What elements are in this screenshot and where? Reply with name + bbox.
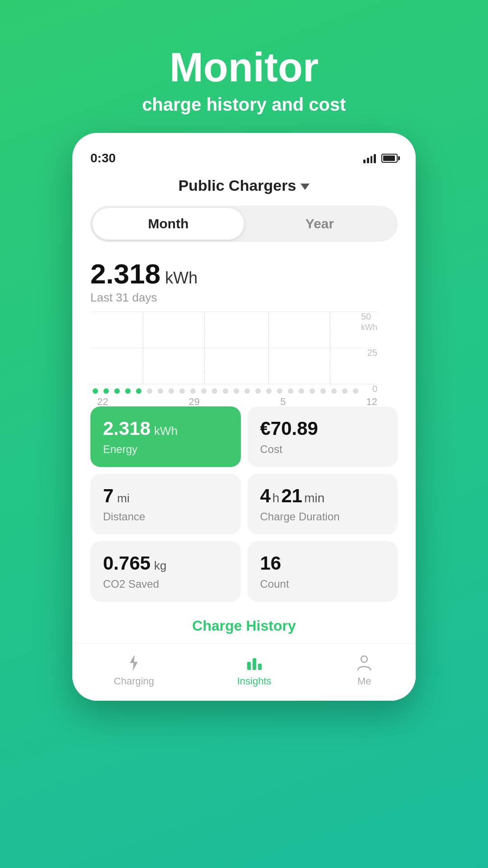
insights-icon: [244, 653, 264, 673]
nav-item-charging[interactable]: Charging: [114, 653, 154, 687]
stat-energy-label: Energy: [103, 443, 228, 456]
chart-grid-bot: 0: [90, 384, 377, 384]
stat-distance-label: Distance: [103, 510, 228, 523]
page-title: Monitor: [142, 45, 346, 90]
chart-dot-inactive: [234, 388, 239, 394]
stat-duration-hours: 4: [260, 485, 271, 507]
chart-dot-inactive: [223, 388, 228, 394]
battery-icon: [381, 154, 398, 163]
chart-dot-inactive: [288, 388, 293, 394]
chart-dot-active: [103, 388, 109, 394]
stat-cost-value: €70.89: [260, 418, 318, 439]
stat-card-duration: 4 h 21 min Charge Duration: [248, 474, 398, 534]
chevron-down-icon: [300, 184, 310, 190]
stat-card-duration-top: 4 h 21 min: [260, 485, 385, 507]
stat-count-value: 16: [260, 552, 282, 574]
svg-marker-0: [130, 656, 137, 670]
stats-grid: 2.318 kWh Energy €70.89 Cost 7 mi Distan…: [72, 397, 416, 611]
stat-card-cost: €70.89 Cost: [248, 406, 398, 467]
page-subtitle: charge history and cost: [142, 94, 346, 115]
stat-card-distance-top: 7 mi: [103, 485, 228, 507]
lightning-icon: [124, 653, 144, 673]
chart-dot-inactive: [299, 388, 304, 394]
stat-card-co2: 0.765 kg CO2 Saved: [90, 541, 241, 602]
chart-dot-active: [125, 388, 131, 394]
stat-duration-h: h: [272, 491, 280, 505]
nav-item-me[interactable]: Me: [354, 653, 374, 687]
svg-rect-2: [253, 658, 256, 670]
stat-card-count-top: 16: [260, 552, 385, 574]
phone-mockup: 0:30 Public Chargers Month Year 2.318 kW…: [72, 133, 416, 701]
chart-dot-inactive: [277, 388, 282, 394]
stat-duration-min: min: [304, 491, 324, 505]
stat-energy-unit: kWh: [154, 424, 178, 438]
stat-card-distance: 7 mi Distance: [90, 474, 241, 534]
nav-label-charging: Charging: [114, 675, 154, 687]
stat-card-energy-top: 2.318 kWh: [103, 418, 228, 439]
chart-dot-inactive: [310, 388, 315, 394]
charger-selector-label: Public Chargers: [178, 177, 296, 194]
chart-x-label-22: 22: [97, 396, 108, 408]
stat-co2-label: CO2 Saved: [103, 578, 228, 590]
period-toggle: Month Year: [90, 206, 398, 242]
stat-card-co2-top: 0.765 kg: [103, 552, 228, 574]
chart-grid-top: 50kWh: [90, 311, 377, 312]
chart-dot-inactive: [169, 388, 174, 394]
month-tab[interactable]: Month: [93, 208, 244, 240]
chart-grid-mid: 25: [90, 348, 377, 348]
energy-unit: kWh: [165, 269, 197, 288]
stat-duration-label: Charge Duration: [260, 510, 385, 523]
chart-x-label-12: 12: [366, 396, 377, 408]
year-tab[interactable]: Year: [244, 208, 395, 240]
energy-chart: 50kWh 25 0: [72, 307, 416, 397]
stat-count-label: Count: [260, 578, 385, 590]
stat-card-cost-top: €70.89: [260, 418, 385, 439]
bottom-nav: Charging Insights Me: [72, 643, 416, 701]
svg-point-4: [361, 656, 367, 662]
stat-distance-unit: mi: [117, 491, 129, 505]
status-bar: 0:30: [72, 146, 416, 168]
charge-history-link[interactable]: Charge History: [72, 611, 416, 643]
chart-dot-inactive: [255, 388, 261, 394]
chart-vline-3: [268, 311, 269, 384]
svg-rect-3: [258, 664, 262, 670]
chart-area: 50kWh 25 0: [90, 311, 398, 384]
chart-dots: [90, 384, 398, 394]
energy-period: Last 31 days: [90, 291, 398, 305]
chart-dot-inactive: [190, 388, 196, 394]
nav-item-insights[interactable]: Insights: [237, 653, 272, 687]
chart-dot-inactive: [342, 388, 347, 394]
chart-x-label-29: 29: [189, 396, 200, 408]
chart-dot-inactive: [353, 388, 358, 394]
nav-label-insights: Insights: [237, 675, 272, 687]
chart-dot-active: [136, 388, 141, 394]
stat-cost-label: Cost: [260, 443, 385, 456]
stat-distance-value: 7: [103, 485, 113, 507]
charger-selector[interactable]: Public Chargers: [72, 168, 416, 199]
chart-dot-inactive: [201, 388, 206, 394]
chart-dot-inactive: [212, 388, 217, 394]
header: Monitor charge history and cost: [142, 0, 346, 133]
chart-x-label-5: 5: [280, 396, 286, 408]
chart-dot-inactive: [179, 388, 185, 394]
chart-dot-inactive: [147, 388, 152, 394]
chart-dot-active: [93, 388, 98, 394]
chart-vline-1: [143, 311, 143, 384]
chart-y-label-0: 0: [372, 384, 377, 394]
chart-x-labels: 22 29 5 12: [90, 394, 398, 408]
chart-dot-inactive: [244, 388, 250, 394]
chart-dot-active: [114, 388, 120, 394]
signal-icon: [363, 153, 376, 163]
me-icon: [354, 653, 374, 673]
chart-dot-inactive: [266, 388, 272, 394]
stat-co2-value: 0.765: [103, 552, 150, 574]
stat-co2-unit: kg: [154, 559, 166, 573]
energy-display: 2.318 kWh Last 31 days: [72, 249, 416, 307]
energy-value: 2.318: [90, 258, 160, 290]
stat-card-energy: 2.318 kWh Energy: [90, 406, 241, 467]
chart-y-label-25: 25: [367, 348, 377, 358]
status-icons: [363, 153, 398, 163]
chart-y-label-50: 50kWh: [361, 311, 377, 332]
chart-dot-inactive: [320, 388, 326, 394]
stat-card-count: 16 Count: [248, 541, 398, 602]
